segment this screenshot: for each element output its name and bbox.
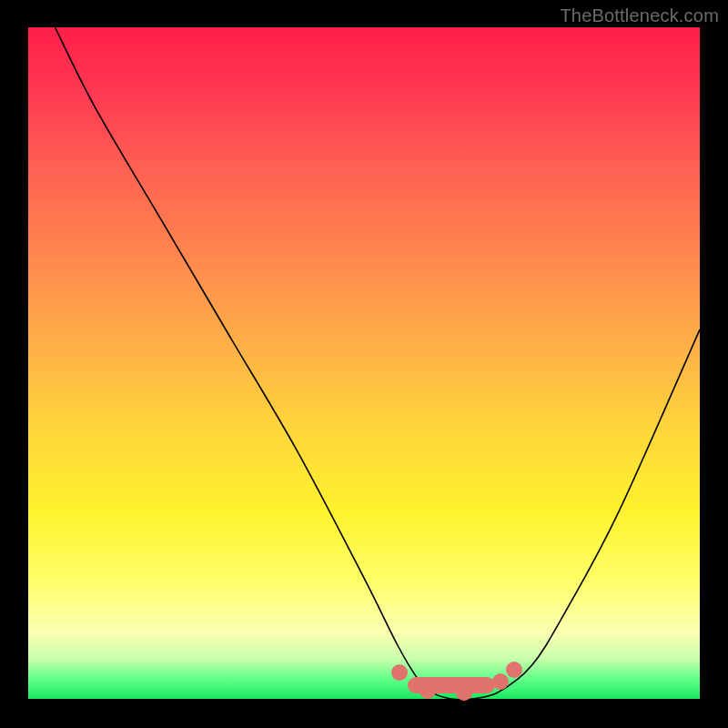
- valley-marker: [420, 682, 436, 699]
- watermark-label: TheBottleneck.com: [560, 5, 719, 26]
- valley-marker: [506, 662, 522, 678]
- valley-marker: [391, 664, 408, 681]
- plot-area: [28, 27, 700, 699]
- chart-frame: TheBottleneck.com: [0, 0, 728, 728]
- valley-marker: [492, 673, 509, 690]
- bottleneck-curve: [28, 27, 700, 699]
- curve-path: [56, 27, 701, 700]
- valley-marker: [456, 684, 472, 701]
